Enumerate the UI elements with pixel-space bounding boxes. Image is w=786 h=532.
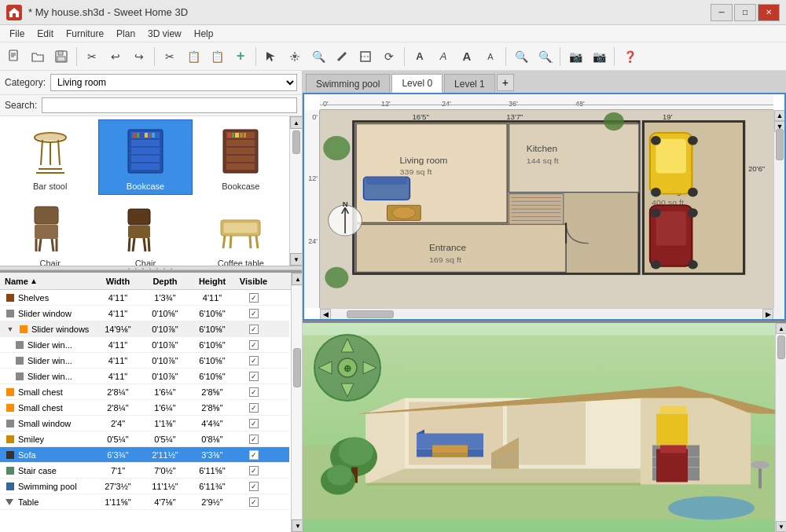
table-row[interactable]: Small window 2'4" 1'1⅜" 4'4¾" [0, 416, 289, 431]
paste-button[interactable]: 📋 [206, 46, 228, 68]
redo-button[interactable]: ↪ [128, 46, 150, 68]
view3d-scroll-thumb[interactable] [777, 336, 785, 359]
col-header-width[interactable]: Width [94, 277, 141, 286]
tab-level1[interactable]: Level 1 [444, 74, 495, 93]
furniture-item-bookcase-brown[interactable]: Bookcase [194, 119, 288, 195]
furniture-item-bookcase-blue[interactable]: Bookcase [98, 119, 192, 195]
table-scroll-down[interactable]: ▼ [292, 519, 302, 532]
close-button[interactable]: ✕ [758, 4, 780, 21]
table-row-sofa[interactable]: Sofa 6'3¾" 2'11½" 3'3⅜" [0, 447, 289, 463]
furniture-item-chair1[interactable]: Chair [3, 196, 97, 266]
undo-button[interactable]: ↩ [105, 46, 127, 68]
svg-marker-140 [660, 406, 686, 414]
floorplan-scroll-v[interactable]: ▲ ▼ [773, 110, 784, 308]
cut-button[interactable]: ✂ [81, 46, 103, 68]
magnify-tool[interactable]: 🔍 [307, 46, 329, 68]
text-tool-a1[interactable]: A [409, 46, 431, 68]
menu-furniture[interactable]: Furniture [60, 27, 110, 41]
row-name-shelves: Shelves [0, 292, 94, 303]
new-button[interactable] [3, 46, 25, 68]
maximize-button[interactable]: □ [734, 4, 756, 21]
zoom-in-button[interactable]: 🔍 [510, 46, 532, 68]
grid-scroll-down[interactable]: ▼ [290, 253, 302, 266]
furniture-item-chair2[interactable]: Chair [98, 196, 192, 266]
camera-button[interactable]: 📷 [564, 46, 586, 68]
col-header-name[interactable]: Name ▲ [0, 277, 94, 286]
view3d-scroll-up[interactable]: ▲ [776, 323, 786, 334]
menu-edit[interactable]: Edit [31, 27, 60, 41]
tab-swimming-pool[interactable]: Swimming pool [306, 74, 390, 93]
grid-scroll-up[interactable]: ▲ [290, 116, 302, 129]
table-row[interactable]: Smiley 0'5¼" 0'5¼" 0'8⅛" [0, 431, 289, 447]
svg-marker-125 [432, 446, 468, 453]
wall-tool[interactable] [331, 46, 353, 68]
category-select[interactable]: Living room Bedroom Kitchen Bathroom [50, 74, 297, 91]
tab-add-button[interactable]: + [497, 74, 514, 91]
video-button[interactable]: 📷 [588, 46, 610, 68]
table-row[interactable]: Shelves 4'11" 1'3¾" 4'11" [0, 290, 289, 306]
table-row[interactable]: Slider win... 4'11" 0'10⅞" 6'10⅝" [0, 337, 289, 353]
add-button[interactable]: + [230, 46, 252, 68]
svg-line-17 [58, 140, 60, 165]
table-scrollbar[interactable]: ▲ ▼ [291, 273, 302, 532]
view3d-scroll-down[interactable]: ▼ [776, 521, 786, 532]
furniture-item-barstool[interactable]: Bar stool [3, 119, 97, 195]
ruler-left: 0' 12' 24' [304, 110, 320, 308]
table-row[interactable]: Slider win... 4'11" 0'10⅞" 6'10⅝" [0, 353, 289, 369]
svg-rect-36 [226, 140, 255, 146]
table-row[interactable]: Small chest 2'8¼" 1'6¼" 2'8⅝" [0, 400, 289, 416]
text-tool-a2[interactable]: A [432, 46, 454, 68]
furniture-item-coffeetable[interactable]: Coffee table [194, 196, 288, 266]
table-row[interactable]: Slider window 4'11" 0'10⅝" 6'10⅝" [0, 306, 289, 321]
menu-3dview[interactable]: 3D view [141, 27, 188, 41]
minimize-button[interactable]: ─ [711, 4, 733, 21]
room-tool[interactable] [354, 46, 376, 68]
bookcase-brown-icon [213, 123, 268, 178]
text-tool-a3[interactable]: A [456, 46, 478, 68]
search-row: Search: [0, 95, 302, 116]
pan-tool[interactable] [284, 46, 306, 68]
bookcase-brown-label: Bookcase [222, 182, 259, 191]
svg-rect-38 [226, 156, 255, 162]
table-scroll-thumb[interactable] [293, 348, 301, 387]
svg-text:144 sq ft: 144 sq ft [527, 156, 559, 164]
table-row[interactable]: Slider win... 4'11" 0'10⅞" 6'10⅝" [0, 369, 289, 384]
table-body[interactable]: Shelves 4'11" 1'3¾" 4'11" Slider window … [0, 290, 302, 532]
open-button[interactable] [27, 46, 49, 68]
select-tool[interactable] [260, 46, 282, 68]
zoom-out-button[interactable]: 🔍- [534, 46, 556, 68]
table-scroll-up[interactable]: ▲ [292, 273, 302, 285]
col-header-visible[interactable]: Visible [236, 277, 271, 286]
toolbar: ✂ ↩ ↪ ✂ 📋 📋 + 🔍 ⟳ A A A A 🔍 🔍- 📷 📷 ❓ [0, 42, 786, 71]
help-button[interactable]: ❓ [619, 46, 641, 68]
menu-plan[interactable]: Plan [110, 27, 141, 41]
svg-rect-27 [131, 163, 160, 170]
menu-file[interactable]: File [3, 27, 31, 41]
save-button[interactable] [50, 46, 72, 68]
floorplan-canvas[interactable]: Living room 339 sq ft Kitchen 144 sq ft … [320, 110, 773, 308]
grid-scroll-thumb[interactable] [292, 130, 300, 154]
table-row[interactable]: Small chest 2'8¼" 1'6¼" 2'8⅝" [0, 384, 289, 400]
sep5 [505, 47, 506, 66]
col-header-height[interactable]: Height [189, 277, 236, 286]
rotate-tool[interactable]: ⟳ [378, 46, 400, 68]
floorplan-scroll-h[interactable]: ◀ ▶ [320, 308, 773, 319]
tab-level0[interactable]: Level 0 [391, 74, 443, 93]
table-row[interactable]: Swimming pool 27'3½" 11'1½" 6'11¾" [0, 479, 289, 494]
table-row[interactable]: Stair case 7'1" 7'0½" 6'11⅝" [0, 463, 289, 479]
table-row[interactable]: ▼ Slider windows 14'9⅛" 0'10⅞" 6'10⅝" [0, 321, 289, 337]
table-row[interactable]: Table 1'11⅝" 4'7⅛" 2'9½" [0, 494, 289, 510]
ruler-top: 0' 12' 24' 36' 48' [320, 94, 773, 110]
furniture-grid-scrollbar[interactable]: ▲ ▼ [289, 116, 302, 266]
svg-rect-2 [13, 13, 16, 17]
category-row: Category: Living room Bedroom Kitchen Ba… [0, 71, 302, 95]
cut2-button[interactable]: ✂ [159, 46, 181, 68]
search-input[interactable] [42, 97, 297, 113]
svg-point-95 [688, 188, 698, 197]
view3d-scrollbar[interactable]: ▲ ▼ [775, 323, 786, 532]
col-header-depth[interactable]: Depth [141, 277, 189, 286]
text-tool-a4[interactable]: A [479, 46, 501, 68]
menu-help[interactable]: Help [188, 27, 220, 41]
copy-button[interactable]: 📋 [182, 46, 204, 68]
view-2d[interactable]: 0' 12' 24' 36' 48' 0' 12' 24' [303, 93, 786, 321]
